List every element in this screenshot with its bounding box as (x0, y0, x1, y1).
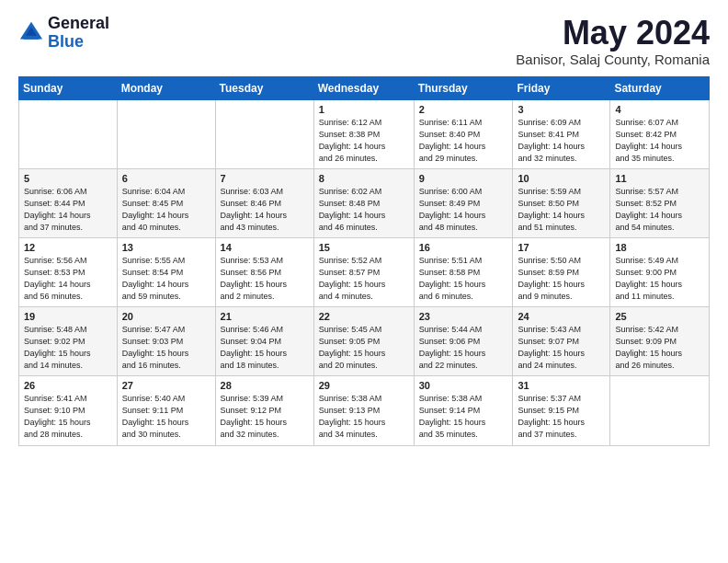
day-number: 4 (615, 104, 704, 115)
day-number: 30 (419, 380, 508, 391)
day-number: 12 (24, 242, 112, 253)
calendar-cell: 25Sunrise: 5:42 AM Sunset: 9:09 PM Dayli… (610, 307, 710, 376)
calendar-cell: 27Sunrise: 5:40 AM Sunset: 9:11 PM Dayli… (117, 376, 215, 445)
day-info: Sunrise: 6:11 AM Sunset: 8:40 PM Dayligh… (419, 117, 508, 165)
calendar-cell: 31Sunrise: 5:37 AM Sunset: 9:15 PM Dayli… (513, 376, 610, 445)
day-info: Sunrise: 5:37 AM Sunset: 9:15 PM Dayligh… (518, 393, 605, 441)
calendar-cell: 20Sunrise: 5:47 AM Sunset: 9:03 PM Dayli… (117, 307, 215, 376)
day-number: 8 (319, 173, 409, 184)
day-info: Sunrise: 5:51 AM Sunset: 8:58 PM Dayligh… (419, 255, 508, 303)
col-friday: Friday (513, 76, 610, 99)
calendar-cell: 17Sunrise: 5:50 AM Sunset: 8:59 PM Dayli… (513, 237, 610, 306)
col-saturday: Saturday (610, 76, 710, 99)
day-info: Sunrise: 5:49 AM Sunset: 9:00 PM Dayligh… (615, 255, 704, 303)
day-number: 18 (615, 242, 704, 253)
day-info: Sunrise: 5:40 AM Sunset: 9:11 PM Dayligh… (122, 393, 210, 441)
calendar-cell: 15Sunrise: 5:52 AM Sunset: 8:57 PM Dayli… (313, 237, 414, 306)
day-number: 13 (122, 242, 210, 253)
day-info: Sunrise: 5:47 AM Sunset: 9:03 PM Dayligh… (122, 324, 210, 372)
day-info: Sunrise: 6:07 AM Sunset: 8:42 PM Dayligh… (615, 117, 704, 165)
day-info: Sunrise: 6:03 AM Sunset: 8:46 PM Dayligh… (221, 186, 309, 234)
logo: General Blue (18, 15, 109, 52)
calendar: Sunday Monday Tuesday Wednesday Thursday… (18, 76, 710, 446)
calendar-cell: 19Sunrise: 5:48 AM Sunset: 9:02 PM Dayli… (19, 307, 118, 376)
day-number: 22 (319, 311, 409, 322)
calendar-cell: 3Sunrise: 6:09 AM Sunset: 8:41 PM Daylig… (513, 99, 610, 168)
day-info: Sunrise: 5:43 AM Sunset: 9:07 PM Dayligh… (518, 324, 605, 372)
location: Banisor, Salaj County, Romania (516, 52, 710, 67)
calendar-cell (215, 99, 313, 168)
header: General Blue May 2024 Banisor, Salaj Cou… (18, 15, 710, 67)
col-sunday: Sunday (19, 76, 118, 99)
calendar-cell: 22Sunrise: 5:45 AM Sunset: 9:05 PM Dayli… (313, 307, 414, 376)
day-number: 17 (518, 242, 605, 253)
logo-general-text: General (48, 15, 109, 33)
day-number: 11 (615, 173, 704, 184)
calendar-cell: 29Sunrise: 5:38 AM Sunset: 9:13 PM Dayli… (313, 376, 414, 445)
day-info: Sunrise: 5:46 AM Sunset: 9:04 PM Dayligh… (221, 324, 309, 372)
day-info: Sunrise: 5:52 AM Sunset: 8:57 PM Dayligh… (319, 255, 409, 303)
day-info: Sunrise: 5:44 AM Sunset: 9:06 PM Dayligh… (419, 324, 508, 372)
title-block: May 2024 Banisor, Salaj County, Romania (516, 15, 710, 67)
calendar-row-4: 19Sunrise: 5:48 AM Sunset: 9:02 PM Dayli… (19, 307, 710, 376)
calendar-header-row: Sunday Monday Tuesday Wednesday Thursday… (19, 76, 710, 99)
calendar-cell: 23Sunrise: 5:44 AM Sunset: 9:06 PM Dayli… (414, 307, 513, 376)
calendar-row-2: 5Sunrise: 6:06 AM Sunset: 8:44 PM Daylig… (19, 168, 710, 237)
day-number: 19 (24, 311, 112, 322)
calendar-cell: 1Sunrise: 6:12 AM Sunset: 8:38 PM Daylig… (313, 99, 414, 168)
day-info: Sunrise: 5:45 AM Sunset: 9:05 PM Dayligh… (319, 324, 409, 372)
col-monday: Monday (117, 76, 215, 99)
calendar-cell: 12Sunrise: 5:56 AM Sunset: 8:53 PM Dayli… (19, 237, 118, 306)
calendar-cell (117, 99, 215, 168)
logo-text: General Blue (48, 15, 109, 52)
day-info: Sunrise: 5:56 AM Sunset: 8:53 PM Dayligh… (24, 255, 112, 303)
logo-blue-text: Blue (48, 33, 109, 52)
calendar-cell: 10Sunrise: 5:59 AM Sunset: 8:50 PM Dayli… (513, 168, 610, 237)
day-info: Sunrise: 5:48 AM Sunset: 9:02 PM Dayligh… (24, 324, 112, 372)
day-info: Sunrise: 6:12 AM Sunset: 8:38 PM Dayligh… (319, 117, 409, 165)
day-number: 21 (221, 311, 309, 322)
day-number: 29 (319, 380, 409, 391)
logo-icon (18, 20, 44, 46)
col-thursday: Thursday (414, 76, 513, 99)
calendar-cell (19, 99, 118, 168)
day-number: 24 (518, 311, 605, 322)
calendar-cell: 5Sunrise: 6:06 AM Sunset: 8:44 PM Daylig… (19, 168, 118, 237)
day-number: 26 (24, 380, 112, 391)
page: General Blue May 2024 Banisor, Salaj Cou… (0, 0, 728, 465)
day-info: Sunrise: 5:50 AM Sunset: 8:59 PM Dayligh… (518, 255, 605, 303)
calendar-cell: 28Sunrise: 5:39 AM Sunset: 9:12 PM Dayli… (215, 376, 313, 445)
day-number: 6 (122, 173, 210, 184)
calendar-cell: 6Sunrise: 6:04 AM Sunset: 8:45 PM Daylig… (117, 168, 215, 237)
month-title: May 2024 (516, 15, 710, 52)
calendar-cell: 18Sunrise: 5:49 AM Sunset: 9:00 PM Dayli… (610, 237, 710, 306)
calendar-cell: 8Sunrise: 6:02 AM Sunset: 8:48 PM Daylig… (313, 168, 414, 237)
calendar-cell: 13Sunrise: 5:55 AM Sunset: 8:54 PM Dayli… (117, 237, 215, 306)
day-info: Sunrise: 5:41 AM Sunset: 9:10 PM Dayligh… (24, 393, 112, 441)
calendar-cell: 4Sunrise: 6:07 AM Sunset: 8:42 PM Daylig… (610, 99, 710, 168)
col-tuesday: Tuesday (215, 76, 313, 99)
calendar-cell (610, 376, 710, 445)
day-info: Sunrise: 6:04 AM Sunset: 8:45 PM Dayligh… (122, 186, 210, 234)
calendar-cell: 7Sunrise: 6:03 AM Sunset: 8:46 PM Daylig… (215, 168, 313, 237)
calendar-cell: 26Sunrise: 5:41 AM Sunset: 9:10 PM Dayli… (19, 376, 118, 445)
day-info: Sunrise: 5:38 AM Sunset: 9:14 PM Dayligh… (419, 393, 508, 441)
calendar-cell: 24Sunrise: 5:43 AM Sunset: 9:07 PM Dayli… (513, 307, 610, 376)
day-info: Sunrise: 6:02 AM Sunset: 8:48 PM Dayligh… (319, 186, 409, 234)
calendar-row-3: 12Sunrise: 5:56 AM Sunset: 8:53 PM Dayli… (19, 237, 710, 306)
day-number: 3 (518, 104, 605, 115)
day-info: Sunrise: 6:09 AM Sunset: 8:41 PM Dayligh… (518, 117, 605, 165)
day-number: 14 (221, 242, 309, 253)
calendar-row-5: 26Sunrise: 5:41 AM Sunset: 9:10 PM Dayli… (19, 376, 710, 445)
day-number: 27 (122, 380, 210, 391)
calendar-cell: 16Sunrise: 5:51 AM Sunset: 8:58 PM Dayli… (414, 237, 513, 306)
day-info: Sunrise: 5:42 AM Sunset: 9:09 PM Dayligh… (615, 324, 704, 372)
day-info: Sunrise: 5:55 AM Sunset: 8:54 PM Dayligh… (122, 255, 210, 303)
day-info: Sunrise: 5:38 AM Sunset: 9:13 PM Dayligh… (319, 393, 409, 441)
day-number: 23 (419, 311, 508, 322)
day-number: 2 (419, 104, 508, 115)
day-info: Sunrise: 6:06 AM Sunset: 8:44 PM Dayligh… (24, 186, 112, 234)
calendar-cell: 14Sunrise: 5:53 AM Sunset: 8:56 PM Dayli… (215, 237, 313, 306)
col-wednesday: Wednesday (313, 76, 414, 99)
day-number: 7 (221, 173, 309, 184)
